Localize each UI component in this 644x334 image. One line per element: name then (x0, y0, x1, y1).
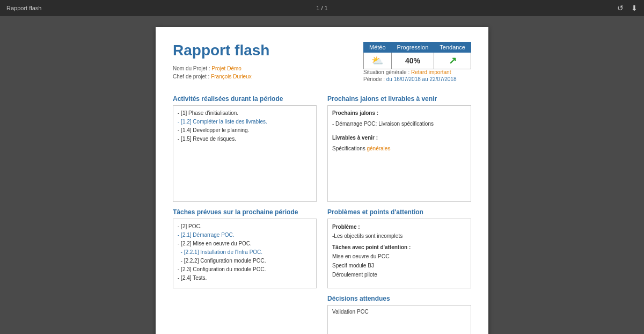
activity-item-2: - [1.2] Compléter la liste des livrables… (178, 118, 312, 126)
meteo-header: Météo (364, 42, 392, 53)
decisions-text: Validation POC (332, 309, 466, 315)
tendance-value: ↗ (434, 53, 471, 69)
probleme-label: Problème : (332, 224, 360, 230)
taches-attention-item-1: Mise en oeuvre du POC (332, 252, 466, 261)
right-column: Prochains jalons et livrables à venir Pr… (327, 89, 471, 334)
document: Rapport flash Nom du Projet : Projet Dém… (156, 27, 488, 334)
situation-info: Situation générale : Retard important (363, 69, 471, 75)
probleme-value: -Les objectifs sont incomplets (332, 231, 466, 241)
top-bar: Rapport flash 1 / 1 ↺ ⬇ (0, 0, 644, 16)
left-column: Activités réalisées durant la période - … (173, 89, 317, 334)
taches-attention-item-3: Déroulement pilote (332, 270, 466, 279)
download-icon[interactable]: ⬇ (631, 4, 638, 12)
activity-item-1: - [1] Phase d'initialisation. (178, 109, 312, 118)
trend-arrow-icon: ↗ (449, 55, 457, 66)
tasks-list: - [2] POC. - [2.1] Démarrage POC. - [2.2… (178, 222, 312, 282)
section-taches-title: Tâches prévues sur la prochaine période (173, 208, 317, 216)
situation-value: Retard important (411, 69, 451, 75)
activities-list: - [1] Phase d'initialisation. - [1.2] Co… (178, 109, 312, 143)
livrables-highlight: générales (367, 146, 390, 151)
chef-value: François Durieux (211, 74, 252, 79)
task-item-3: - [2.2] Mise en oeuvre du POC. (178, 239, 312, 248)
taches-attention-item-2: Specif module B3 (332, 261, 466, 270)
taches-box: - [2] POC. - [2.1] Démarrage POC. - [2.2… (173, 219, 317, 288)
task-item-2: - [2.1] Démarrage POC. (178, 231, 312, 239)
milestones-text: Prochains jalons : - Démarrage POC: Livr… (332, 109, 466, 153)
app-title: Rapport flash (6, 5, 41, 11)
problemes-box: Problème : -Les objectifs sont incomplet… (327, 219, 471, 288)
meteo-value: ⛅ (364, 53, 392, 69)
periode-label: Période : (363, 76, 385, 82)
activity-item-3: - [1.4] Developper le planning. (178, 126, 312, 135)
section-decisions-title: Décisions attendues (327, 295, 471, 302)
project-label: Nom du Projet : (173, 66, 210, 71)
refresh-icon[interactable]: ↺ (617, 4, 624, 12)
title-block: Rapport flash Nom du Projet : Projet Dém… (173, 42, 269, 82)
task-item-7: - [2.4] Tests. (178, 274, 312, 282)
activites-box: - [1] Phase d'initialisation. - [1.2] Co… (173, 105, 317, 202)
chef-label: Chef de projet : (173, 74, 209, 79)
section-activites-title: Activités réalisées durant la période (173, 95, 317, 103)
livrables-item: Spécifications générales (332, 144, 466, 153)
progression-header: Progression (391, 42, 434, 53)
jalons-value: - Démarrage POC: Livraison spécification… (332, 120, 466, 128)
two-col-layout: Activités réalisées durant la période - … (173, 89, 471, 334)
status-table: Météo Progression Tendance ⛅ 40% (363, 42, 471, 69)
livrables-text: Spécifications (332, 146, 365, 151)
task-item-5: - [2.2.2] Configuration module POC. (178, 257, 312, 265)
weather-icon: ⛅ (371, 55, 383, 66)
jalons-box: Prochains jalons : - Démarrage POC: Livr… (327, 105, 471, 202)
pagination: 1 / 1 (316, 5, 327, 11)
top-bar-actions: ↺ ⬇ (617, 4, 638, 12)
status-block: Météo Progression Tendance ⛅ 40% (363, 42, 471, 83)
task-item-6: - [2.3] Configuration du module POC. (178, 265, 312, 274)
periode-info: Période : du 16/07/2018 au 22/07/2018 (363, 76, 471, 82)
tendance-header: Tendance (434, 42, 471, 53)
livrables-label: Livrables à venir : (332, 134, 466, 142)
periode-value: du 16/07/2018 au 22/07/2018 (386, 76, 457, 82)
jalons-label: Prochains jalons : (332, 109, 466, 118)
problems-text: Problème : -Les objectifs sont incomplet… (332, 222, 466, 279)
project-info-name: Nom du Projet : Projet Démo (173, 66, 269, 71)
doc-header: Rapport flash Nom du Projet : Projet Dém… (173, 42, 471, 83)
section-jalons-title: Prochains jalons et livrables à venir (327, 95, 471, 103)
taches-attention-label: Tâches avec point d'attention : (332, 243, 466, 252)
project-info-chef: Chef de projet : François Durieux (173, 74, 269, 79)
document-title: Rapport flash (173, 42, 269, 59)
task-item-1: - [2] POC. (178, 222, 312, 231)
project-value: Projet Démo (211, 66, 241, 71)
decisions-box: Validation POC (327, 305, 471, 334)
task-item-4: - [2.2.1] Installation de l'Infra POC. (178, 248, 312, 257)
progression-value: 40% (391, 53, 434, 69)
activity-item-4: - [1.5] Revue de risques. (178, 135, 312, 143)
section-problemes-title: Problèmes et points d'attention (327, 208, 471, 216)
situation-label: Situation générale : (363, 69, 409, 75)
progression-number: 40% (405, 56, 420, 65)
main-area: Rapport flash Nom du Projet : Projet Dém… (0, 16, 644, 334)
